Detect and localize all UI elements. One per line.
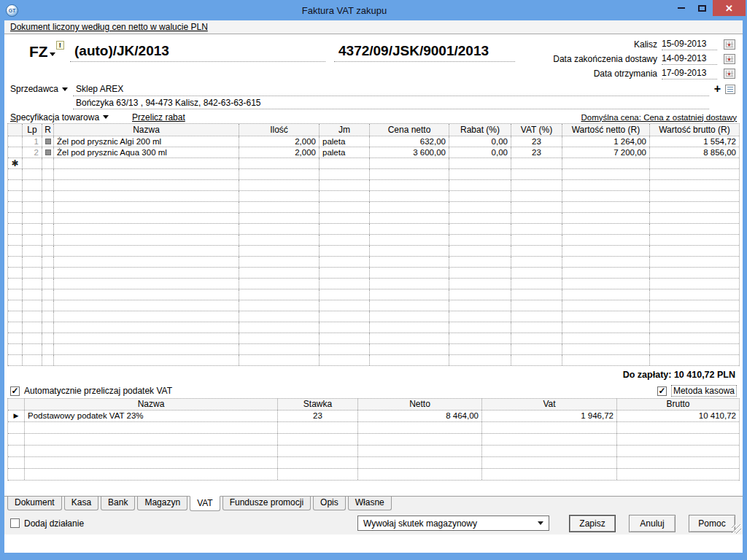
vat-header-selector xyxy=(8,399,25,410)
calendar-icon[interactable] xyxy=(724,39,735,50)
cell-wartosc-brutto[interactable]: 1 554,72 xyxy=(650,136,739,147)
header-wartosc-brutto: Wartość brutto (R) xyxy=(650,124,739,136)
due-label: Do zapłaty: xyxy=(623,370,672,380)
auto-recalc-checkbox[interactable]: ✓ xyxy=(10,386,20,396)
cell-vat[interactable]: 23 xyxy=(511,147,562,158)
delivery-end-label: Data zakończenia dostawy xyxy=(553,54,657,64)
vat-cell-stawka[interactable]: 23 xyxy=(278,411,358,421)
new-row-icon: ✱ xyxy=(8,158,23,168)
tab-bank[interactable]: Bank xyxy=(101,497,135,510)
table-row-new[interactable]: ✱ xyxy=(8,158,739,169)
table-row-empty xyxy=(8,202,739,213)
vat-header-vat: Vat xyxy=(482,399,617,410)
bottom-tabstrip: Dokument Kasa Bank Magazyn VAT Fundusze … xyxy=(4,496,743,512)
seller-address-field: Bończyka 63/13 , 94-473 Kalisz, 842-63-6… xyxy=(73,97,709,109)
issue-date-field[interactable]: 15-09-2013 xyxy=(662,39,717,50)
spec-label-rest: pecyfikacja towarowa xyxy=(16,112,99,122)
cash-method-label: Metoda kasowa xyxy=(671,385,737,397)
close-button[interactable]: ✕ xyxy=(713,0,746,16)
minimize-button[interactable] xyxy=(670,0,692,16)
recalc-discount-link[interactable]: Przelicz rabat xyxy=(132,112,185,122)
app-logo-icon: GT xyxy=(6,4,18,17)
cell-nazwa[interactable]: Żel pod prysznic Aqua 300 ml xyxy=(54,147,239,158)
vat-header-nazwa: Nazwa xyxy=(25,399,278,410)
summary-row: Do zapłaty: 10 410,72 PLN xyxy=(4,366,743,384)
table-row[interactable]: 2 Żel pod prysznic Aqua 300 ml 2,000 pal… xyxy=(8,147,739,158)
cell-jm[interactable]: paleta xyxy=(320,147,370,158)
add-action-checkbox[interactable] xyxy=(10,518,20,528)
vat-cell-vat[interactable]: 1 946,72 xyxy=(482,411,617,421)
vat-cell-netto[interactable]: 8 464,00 xyxy=(358,411,482,421)
header-ilosc: Ilość xyxy=(239,124,320,136)
items-table: Lp R Nazwa Ilość Jm Cena netto Rabat (%)… xyxy=(7,123,740,366)
vat-options-row: ✓ Automatycznie przeliczaj podatek VAT ✓… xyxy=(4,384,743,398)
header-vat: VAT (%) xyxy=(511,124,562,136)
cell-wartosc-brutto[interactable]: 8 856,00 xyxy=(650,147,739,158)
help-button[interactable]: Pomoc xyxy=(689,515,735,532)
vat-table-row[interactable]: ▶ Podstawowy podatek VAT 23% 23 8 464,00… xyxy=(8,411,739,422)
cell-ilosc[interactable]: 2,000 xyxy=(239,136,320,147)
table-row[interactable]: 1 Żel pod prysznic Algi 200 ml 2,000 pal… xyxy=(8,136,739,147)
resize-grip[interactable] xyxy=(732,524,741,534)
tab-dokument[interactable]: Dokument xyxy=(7,497,62,510)
cell-nazwa[interactable]: Żel pod prysznic Algi 200 ml xyxy=(54,136,239,147)
calendar-icon[interactable] xyxy=(724,69,735,79)
tab-opis[interactable]: Opis xyxy=(313,497,346,510)
cell-vat[interactable]: 23 xyxy=(511,136,562,147)
header-selector xyxy=(8,124,23,136)
cell-rabat[interactable]: 0,00 xyxy=(449,136,511,147)
tab-magazyn[interactable]: Magazyn xyxy=(137,497,187,510)
cell-rabat[interactable]: 0,00 xyxy=(449,147,511,158)
document-header: FZ ! (auto)/JK/2013 4372/09/JSK/9001/201… xyxy=(4,34,743,79)
specification-dropdown[interactable]: Specyfikacja towarowa xyxy=(10,112,109,122)
cancel-button[interactable]: Anuluj xyxy=(629,515,676,532)
warehouse-effect-combobox[interactable]: Wywołaj skutek magazynowy xyxy=(357,516,549,531)
tab-kasa[interactable]: Kasa xyxy=(64,497,98,510)
auto-recalc-label: Automatycznie przeliczaj podatek VAT xyxy=(24,386,172,396)
save-button[interactable]: Zapisz xyxy=(569,515,616,532)
window-title: Faktura VAT zakupu xyxy=(18,5,670,16)
table-row-empty xyxy=(8,257,739,268)
cell-wartosc-netto[interactable]: 7 200,00 xyxy=(562,147,650,158)
cell-jm[interactable]: paleta xyxy=(320,136,370,147)
seller-name-field[interactable]: Sklep AREX xyxy=(73,82,709,96)
vat-table-row-empty xyxy=(8,457,739,469)
tab-wlasne[interactable]: Własne xyxy=(348,497,392,510)
header-r: R xyxy=(42,124,54,136)
cell-cena-netto[interactable]: 3 600,00 xyxy=(370,147,449,158)
chevron-down-icon xyxy=(103,115,109,119)
seller-dropdown[interactable]: Sprzedawca xyxy=(10,84,68,94)
seller-list-icon[interactable] xyxy=(725,85,735,94)
reservation-icon xyxy=(42,136,54,147)
cell-cena-netto[interactable]: 632,00 xyxy=(370,136,449,147)
add-seller-icon[interactable]: + xyxy=(714,84,721,94)
vat-table-header: Nazwa Stawka Netto Vat Brutto xyxy=(8,399,739,411)
cell-ilosc[interactable]: 2,000 xyxy=(239,147,320,158)
doc-number-full-field[interactable]: 4372/09/JSK/9001/2013 xyxy=(334,42,515,62)
doc-type-dropdown-icon[interactable] xyxy=(50,52,55,56)
default-price-link[interactable]: Domyślna cena: Cena z ostatniej dostawy xyxy=(581,113,738,122)
vat-cell-brutto[interactable]: 10 410,72 xyxy=(617,411,739,421)
table-row-empty xyxy=(8,279,739,289)
delivery-end-date-field[interactable]: 14-09-2013 xyxy=(662,53,717,65)
cash-method-checkbox[interactable]: ✓ xyxy=(657,386,667,396)
header-lp: Lp xyxy=(23,124,42,136)
maximize-button[interactable] xyxy=(692,0,713,16)
seller-label: Sprzedawca xyxy=(10,84,58,94)
doc-type-code[interactable]: FZ xyxy=(29,44,48,60)
doc-number-auto-field[interactable]: (auto)/JK/2013 xyxy=(70,42,325,62)
calculation-mode-link[interactable]: Dokument liczony według cen netto w walu… xyxy=(10,22,208,32)
tab-vat[interactable]: VAT xyxy=(190,496,220,511)
header-cena-netto: Cena netto xyxy=(370,124,449,136)
calendar-icon[interactable] xyxy=(724,54,735,64)
cell-wartosc-netto[interactable]: 1 264,00 xyxy=(562,136,650,147)
table-row-empty xyxy=(8,235,739,246)
table-row-empty xyxy=(8,268,739,279)
tab-fundusze-promocji[interactable]: Fundusze promocji xyxy=(222,497,311,510)
vat-cell-nazwa[interactable]: Podstawowy podatek VAT 23% xyxy=(25,411,278,421)
cell-lp: 2 xyxy=(23,147,42,158)
table-row-empty xyxy=(8,169,739,180)
received-date-field[interactable]: 17-09-2013 xyxy=(662,68,717,79)
cell-lp: 1 xyxy=(23,136,42,147)
spec-accel: S xyxy=(10,112,16,122)
